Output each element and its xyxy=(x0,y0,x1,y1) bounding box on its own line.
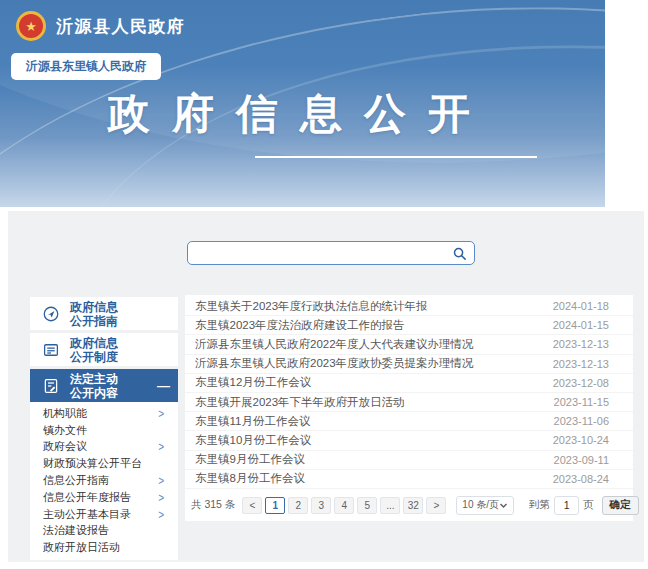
chevron-right-icon: > xyxy=(158,440,164,454)
sidebar-item-label: 法定主动 公开内容 xyxy=(70,372,118,400)
search-button[interactable] xyxy=(444,242,474,264)
sidebar-subitem-budget-platform[interactable]: 财政预决算公开平台 xyxy=(30,455,178,472)
list-item-date: 2023-10-24 xyxy=(553,434,609,446)
list-item[interactable]: 东里镇12月份工作会议 2023-12-08 xyxy=(185,374,633,393)
clipboard-pen-icon xyxy=(39,377,63,395)
pagination-total: 共 315 条 xyxy=(191,498,235,512)
title-underline xyxy=(255,156,537,158)
sidebar-item-label: 政府信息 公开制度 xyxy=(70,336,118,364)
page-title: 政府信息公开 xyxy=(108,86,492,142)
list-item[interactable]: 东里镇8月份工作会议 2023-08-24 xyxy=(185,470,633,489)
list-item-date: 2023-09-11 xyxy=(554,454,609,466)
page: 沂源县人民政府 沂源县东里镇人民政府 政府信息公开 xyxy=(0,0,648,569)
list-item-date: 2023-08-24 xyxy=(553,473,609,485)
sidebar-subitem-agency-functions[interactable]: 机构职能 > xyxy=(30,405,178,422)
goto-suffix-label: 页 xyxy=(583,498,594,512)
list-item[interactable]: 沂源县东里镇人民政府2023年度政协委员提案办理情况 2023-12-13 xyxy=(185,355,633,374)
list-item[interactable]: 东里镇9月份工作会议 2023-09-11 xyxy=(185,451,633,470)
list-item-date: 2023-11-06 xyxy=(554,415,609,427)
pagination-prev-button[interactable]: < xyxy=(242,497,262,514)
chevron-right-icon: > xyxy=(158,507,164,521)
pagination-page-32[interactable]: 32 xyxy=(403,497,423,514)
pagination-page-2[interactable]: 2 xyxy=(288,497,308,514)
sidebar-subitem-rule-of-law-report[interactable]: 法治建设报告 xyxy=(30,523,178,540)
pagination-page-1[interactable]: 1 xyxy=(265,497,285,514)
collapse-indicator-icon[interactable]: — xyxy=(157,378,170,393)
page-size-select[interactable]: 10 条/页 xyxy=(456,496,514,515)
sidebar-subitem-info-guide[interactable]: 信息公开指南 > xyxy=(30,472,178,489)
chevron-right-icon: > xyxy=(158,406,164,420)
sidebar-item-statutory-disclosure[interactable]: 法定主动 公开内容 — xyxy=(30,369,178,402)
sidebar-subitem-annual-report[interactable]: 信息公开年度报告 > xyxy=(30,489,178,506)
search-icon xyxy=(452,246,467,261)
goto-page-group: 到第 页 确定 xyxy=(529,496,639,515)
list-item[interactable]: 沂源县东里镇人民政府2022年度人大代表建议办理情况 2023-12-13 xyxy=(185,335,633,354)
compass-guide-icon xyxy=(39,305,63,323)
goto-prefix-label: 到第 xyxy=(529,498,550,512)
list-item-date: 2024-01-18 xyxy=(553,300,609,312)
pagination-page-3[interactable]: 3 xyxy=(311,497,331,514)
list-item[interactable]: 东里镇关于2023年度行政执法信息的统计年报 2024-01-18 xyxy=(185,297,633,316)
content-panel: 政府信息 公开指南 政府信息 公开制度 xyxy=(8,211,644,562)
site-logo-row: 沂源县人民政府 xyxy=(16,11,186,41)
search-input[interactable] xyxy=(188,242,444,264)
sidebar-subitem-basic-catalog[interactable]: 主动公开基本目录 > xyxy=(30,506,178,523)
sidebar-submenu: 机构职能 > 镇办文件 政府会议 > 财政预决算公开平台 信息公开指南 xyxy=(30,402,178,560)
goto-confirm-button[interactable]: 确定 xyxy=(602,496,639,515)
document-list-icon xyxy=(39,341,63,359)
chevron-down-icon xyxy=(499,501,508,510)
list-item-date: 2023-11-15 xyxy=(554,396,609,408)
town-gov-badge[interactable]: 沂源县东里镇人民政府 xyxy=(11,53,161,80)
sidebar: 政府信息 公开指南 政府信息 公开制度 xyxy=(30,297,178,560)
list-item[interactable]: 东里镇10月份工作会议 2023-10-24 xyxy=(185,431,633,450)
site-name[interactable]: 沂源县人民政府 xyxy=(56,15,186,38)
list-item[interactable]: 东里镇11月份工作会议 2023-11-06 xyxy=(185,412,633,431)
sidebar-subitem-government-meetings[interactable]: 政府会议 > xyxy=(30,439,178,456)
sidebar-subitem-town-documents[interactable]: 镇办文件 xyxy=(30,422,178,439)
list-item[interactable]: 东里镇2023年度法治政府建设工作的报告 2024-01-15 xyxy=(185,316,633,335)
goto-page-input[interactable] xyxy=(554,496,579,515)
sidebar-subitem-open-day[interactable]: 政府开放日活动 xyxy=(30,539,178,556)
pagination-page-5[interactable]: 5 xyxy=(357,497,377,514)
pagination-ellipsis[interactable]: ... xyxy=(380,497,400,514)
chevron-right-icon: > xyxy=(158,490,164,504)
pagination: 共 315 条 < 1 2 3 4 5 ... 32 > 10 条/页 到第 页 xyxy=(185,489,633,515)
sidebar-item-label: 政府信息 公开指南 xyxy=(70,300,118,328)
list-item[interactable]: 东里镇开展2023年下半年政府开放日活动 2023-11-15 xyxy=(185,393,633,412)
pagination-next-button[interactable]: > xyxy=(426,497,446,514)
sidebar-item-disclosure-system[interactable]: 政府信息 公开制度 xyxy=(30,333,178,366)
search-box xyxy=(187,241,475,265)
list-item-date: 2023-12-13 xyxy=(553,338,609,350)
list-item-date: 2024-01-15 xyxy=(553,319,609,331)
site-banner: 沂源县人民政府 沂源县东里镇人民政府 政府信息公开 xyxy=(0,0,605,207)
sidebar-item-disclosure-guide[interactable]: 政府信息 公开指南 xyxy=(30,297,178,330)
national-emblem-icon xyxy=(16,11,46,41)
list-item-date: 2023-12-08 xyxy=(553,377,609,389)
news-list-panel: 东里镇关于2023年度行政执法信息的统计年报 2024-01-18 东里镇202… xyxy=(185,295,633,521)
pagination-page-4[interactable]: 4 xyxy=(334,497,354,514)
chevron-right-icon: > xyxy=(158,473,164,487)
list-item-date: 2023-12-13 xyxy=(553,358,609,370)
